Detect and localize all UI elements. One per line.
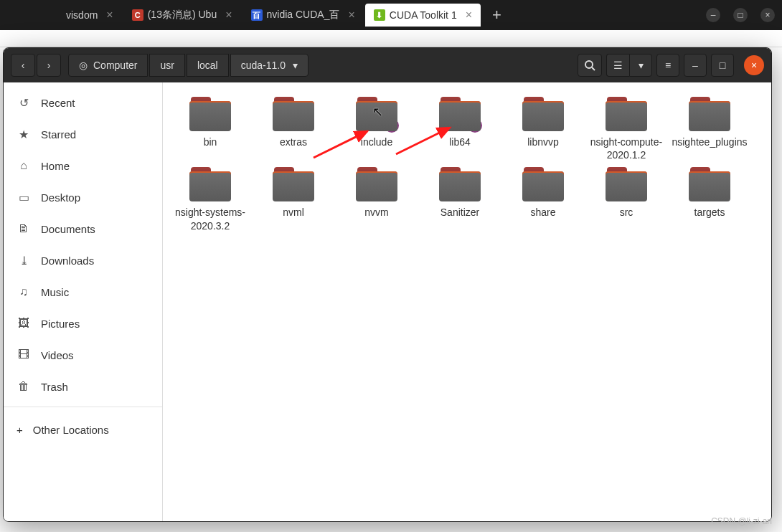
pathbar: ◎ Computer usr local cuda-11.0 ▾ [68,54,308,77]
folder-icon [189,167,231,201]
folder-icon [522,97,564,131]
file-grid[interactable]: binextras↗include↗lib64libnvvpnsight-com… [163,82,771,521]
folder-label: nsight-compute-2020.1.2 [586,136,666,161]
sidebar-item-label: Desktop [41,191,80,204]
folder-icon [689,167,730,201]
folder-item[interactable]: targets [669,167,750,234]
sidebar-item-recent[interactable]: ↺Recent [4,87,162,118]
folder-icon [439,167,481,201]
folder-item[interactable]: nvvm [336,167,417,234]
close-icon[interactable]: × [348,9,354,22]
disk-icon: ◎ [79,60,88,71]
favicon: ⬇ [374,9,385,21]
folder-label: src [620,206,633,219]
videos-icon: 🎞 [17,348,31,361]
svg-point-0 [585,61,593,68]
browser-toolbar-sliver [0,30,782,47]
sidebar-item-trash[interactable]: 🗑Trash [4,371,162,402]
sidebar-item-label: Documents [41,223,95,235]
sidebar-item-label: Other Locations [33,424,109,436]
home-icon: ⌂ [17,159,31,172]
folder-item[interactable]: nsightee_plugins [669,97,750,164]
favicon: 百 [251,9,263,21]
sidebar-item-label: Home [41,160,70,172]
tab-title: nvidia CUDA_百 [267,9,340,22]
maximize-button[interactable]: □ [711,54,734,77]
folder-item[interactable]: bin [170,97,250,164]
sidebar-item-other-locations[interactable]: +Other Locations [4,412,162,447]
forward-button[interactable]: › [37,54,61,77]
star-icon: ★ [17,128,31,141]
browser-tab[interactable]: 百 nvidia CUDA_百 × [242,4,364,27]
view-list-button[interactable]: ☰ [606,54,629,77]
path-segment-current[interactable]: cuda-11.0 ▾ [230,54,308,77]
sidebar-item-music[interactable]: ♫Music [4,276,162,308]
folder-item[interactable]: nvml [253,167,334,234]
folder-label: share [530,206,555,219]
maximize-button[interactable]: □ [733,8,748,22]
path-segment-root[interactable]: ◎ Computer [68,54,148,77]
close-icon[interactable]: × [106,9,113,22]
folder-icon [522,167,564,201]
annotation-arrow [310,125,374,164]
browser-tab[interactable]: visdom × [57,4,122,27]
close-icon[interactable]: × [225,9,232,22]
back-button[interactable]: ‹ [11,54,35,77]
sidebar-item-pictures[interactable]: 🖼Pictures [4,308,162,339]
documents-icon: 🗎 [17,222,31,235]
minimize-button[interactable]: – [706,8,720,22]
folder-item[interactable]: nsight-systems-2020.3.2 [170,167,250,234]
tab-title: (13条消息) Ubu [148,9,217,22]
trash-icon: 🗑 [17,380,31,393]
path-label: cuda-11.0 [241,60,286,71]
sidebar-item-label: Starred [41,128,76,141]
svg-line-2 [314,131,367,158]
minimize-button[interactable]: – [684,54,707,77]
close-button[interactable]: × [760,8,775,22]
file-manager-window: ‹ › ◎ Computer usr local cuda-11.0 ▾ ☰ ▾… [3,47,772,522]
sidebar-item-documents[interactable]: 🗎Documents [4,213,162,244]
sidebar-item-desktop[interactable]: ▭Desktop [4,181,162,213]
plus-icon: + [17,424,23,436]
folder-item[interactable]: libnvvp [503,97,583,164]
separator [4,407,162,407]
music-icon: ♫ [17,285,31,298]
folder-icon [606,167,647,201]
sidebar-item-home[interactable]: ⌂Home [4,150,162,181]
close-button[interactable]: × [744,55,764,75]
tab-title: visdom [66,9,98,21]
folder-item[interactable]: Sanitizer [420,167,500,234]
browser-tab-active[interactable]: ⬇ CUDA Toolkit 1 × [365,4,481,27]
folder-label: nsightee_plugins [672,136,747,148]
sidebar-item-label: Recent [41,97,75,109]
folder-label: nsight-systems-2020.3.2 [170,206,250,232]
path-segment[interactable]: usr [149,54,184,77]
browser-tab[interactable]: C (13条消息) Ubu × [123,4,241,27]
folder-item[interactable]: share [503,167,583,234]
path-segment[interactable]: local [187,54,229,77]
folder-icon [189,97,231,131]
watermark: CSDN @li-zi-an [711,516,772,526]
symlink-badge-icon: ↗ [468,118,482,133]
svg-line-1 [592,67,595,70]
nav-buttons: ‹ › [11,54,61,77]
folder-icon [356,167,397,201]
folder-item[interactable]: src [586,167,666,234]
pictures-icon: 🖼 [17,317,31,330]
sidebar-item-starred[interactable]: ★Starred [4,118,162,150]
folder-item[interactable]: nsight-compute-2020.1.2 [586,97,666,164]
desktop-icon: ▭ [17,191,31,204]
view-controls: ☰ ▾ [606,54,652,77]
folder-label: targets [694,206,725,219]
folder-icon [273,97,314,131]
path-label: local [197,60,218,71]
sidebar-item-videos[interactable]: 🎞Videos [4,339,162,371]
hamburger-menu-button[interactable]: ≡ [656,54,679,77]
sidebar-item-downloads[interactable]: ⤓Downloads [4,244,162,276]
tab-title: CUDA Toolkit 1 [390,9,457,21]
view-options-button[interactable]: ▾ [629,54,652,77]
folder-label: nvml [283,206,304,219]
search-button[interactable] [578,54,602,77]
close-icon[interactable]: × [466,9,472,22]
new-tab-button[interactable]: + [482,6,512,24]
